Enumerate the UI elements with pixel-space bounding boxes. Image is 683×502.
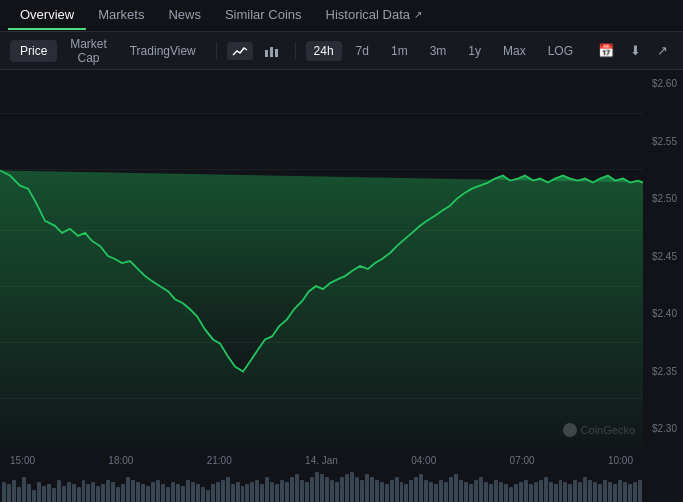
volume-bar [77,487,81,502]
volume-bar [136,482,140,502]
volume-bar [111,482,115,502]
tab-similar-coins[interactable]: Similar Coins [213,1,314,30]
divider-1 [216,42,217,60]
volume-bar [608,482,612,502]
divider-2 [295,42,296,60]
volume-bar [424,480,428,502]
volume-bar [529,484,533,502]
volume-bar [603,480,607,502]
volume-bar [260,484,264,502]
y-label-6: $2.35 [652,366,677,377]
volume-bar [255,480,259,502]
volume-bar [106,480,110,502]
tradingview-button[interactable]: TradingView [120,40,206,62]
volume-bar [330,480,334,502]
24h-button[interactable]: 24h [306,41,342,61]
volume-bar [186,480,190,502]
volume-bar [221,480,225,502]
volume-bar [52,488,56,502]
y-label-1: $2.60 [652,78,677,89]
volume-bar [320,474,324,502]
bar-chart-button[interactable] [259,42,285,60]
volume-bar [176,484,180,502]
volume-bar [489,484,493,502]
volume-bar [285,482,289,502]
volume-bar [390,480,394,502]
bar-chart-icon [264,45,280,57]
volume-bar [206,490,210,502]
volume-bar [583,477,587,502]
volume-bar [613,484,617,502]
volume-bar [499,482,503,502]
max-button[interactable]: Max [495,41,534,61]
calendar-button[interactable]: 📅 [593,40,619,61]
expand-button[interactable]: ↗ [652,40,673,61]
volume-bar [2,482,6,502]
volume-bar [57,480,61,502]
volume-bar [62,486,66,502]
1y-button[interactable]: 1y [460,41,489,61]
log-button[interactable]: LOG [540,41,581,61]
volume-bar [360,480,364,502]
volume-bar [628,484,632,502]
volume-bar [37,482,41,502]
volume-bar [265,477,269,502]
price-chart [0,70,643,447]
volume-bar [509,487,513,502]
line-chart-button[interactable] [227,42,253,60]
volume-bar [226,477,230,502]
volume-bar [12,480,16,502]
volume-bar [201,487,205,502]
volume-bar [598,484,602,502]
volume-bar [479,477,483,502]
volume-bars-container [0,447,643,502]
1m-button[interactable]: 1m [383,41,416,61]
svg-rect-0 [265,50,268,57]
volume-bar [250,482,254,502]
volume-bar [429,482,433,502]
volume-bar [236,482,240,502]
tab-historical-data[interactable]: Historical Data ↗ [314,1,435,30]
volume-bar [409,480,413,502]
tab-overview[interactable]: Overview [8,1,86,30]
volume-bar [469,484,473,502]
volume-bar [539,480,543,502]
volume-bar [568,484,572,502]
volume-bar [588,480,592,502]
coingecko-watermark: CoinGecko [563,423,635,437]
download-button[interactable]: ⬇ [625,40,646,61]
volume-bar [67,482,71,502]
volume-bar [618,480,622,502]
volume-bar [439,480,443,502]
nav-tabs: Overview Markets News Similar Coins Hist… [0,0,683,32]
volume-bar [459,480,463,502]
volume-bar [91,482,95,502]
volume-bar [191,482,195,502]
volume-bar [17,487,21,502]
y-axis: $2.60 $2.55 $2.50 $2.45 $2.40 $2.35 $2.3… [652,70,677,442]
volume-bar [380,482,384,502]
volume-bar [514,484,518,502]
7d-button[interactable]: 7d [348,41,377,61]
3m-button[interactable]: 3m [422,41,455,61]
tab-news[interactable]: News [156,1,213,30]
volume-bar [355,477,359,502]
volume-bar [434,484,438,502]
tab-markets[interactable]: Markets [86,1,156,30]
volume-bar [504,484,508,502]
volume-bar [231,484,235,502]
market-cap-button[interactable]: Market Cap [59,33,117,69]
volume-bar [370,477,374,502]
volume-bar [494,480,498,502]
volume-bar [554,484,558,502]
y-label-3: $2.50 [652,193,677,204]
price-button[interactable]: Price [10,40,57,62]
volume-bar [404,484,408,502]
volume-bar [72,484,76,502]
chart-toolbar: Price Market Cap TradingView 24h 7d 1m 3… [0,32,683,70]
volume-bar [305,482,309,502]
volume-bar [345,474,349,502]
y-label-5: $2.40 [652,308,677,319]
volume-bar [638,480,642,502]
volume-bar [131,480,135,502]
